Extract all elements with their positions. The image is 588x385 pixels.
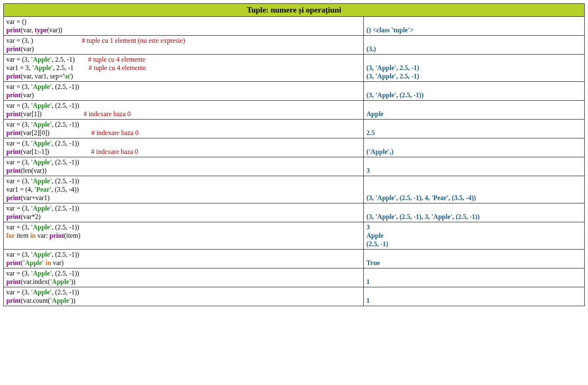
code-token: 'Apple': [32, 64, 53, 71]
code-token: (var): [21, 91, 34, 99]
code-cell: var = ()print(var, type(var)): [4, 17, 364, 36]
code-token: var): [51, 259, 64, 266]
code-token: var = (3,: [6, 224, 31, 231]
code-token: print: [6, 297, 21, 304]
code-token: var = (3,: [6, 270, 31, 277]
output-cell: () <class 'tuple'>: [364, 17, 585, 36]
code-token: '): [70, 73, 73, 80]
output-cell: 1: [364, 268, 585, 287]
code-token: 'Apple': [31, 102, 52, 109]
code-cell: var = (3, 'Apple', (2.5, -1))print(var.i…: [4, 268, 364, 287]
code-token: (len(var)): [21, 167, 47, 174]
output-cell: (3, 'Apple', (2.5, -1), 3, 'Apple', (2.5…: [364, 203, 585, 222]
code-token: in: [30, 232, 36, 239]
code-token: 'Apple': [31, 177, 52, 185]
code-line: for item in var: print(item): [6, 232, 361, 240]
code-token: , (2.5, -1)): [52, 205, 79, 212]
code-token: )): [71, 297, 75, 304]
code-token: (var,: [21, 26, 35, 34]
code-token: type: [35, 26, 47, 34]
code-token: var = (3,: [6, 140, 31, 147]
table-row: var = (3, 'Apple', (2.5, -1))print(var[2…: [4, 120, 585, 138]
code-token: 'Apple': [31, 224, 52, 231]
code-token: 'Apple': [31, 83, 52, 90]
output-cell: 2.5: [364, 120, 585, 138]
code-token: , (2.5, -1)): [52, 102, 79, 109]
code-token: # tuple cu 1 element (nu este expresie): [82, 37, 185, 44]
code-token: , (3.5, -4)): [52, 186, 79, 193]
code-token: (item): [64, 232, 80, 239]
code-token: (var+var1): [21, 194, 50, 201]
code-cell: var = (3, 'Apple', (2.5, -1))print(var): [4, 82, 364, 101]
code-token: print: [6, 26, 21, 34]
code-line: var = (3, 'Apple', (2.5, -1)): [6, 177, 361, 185]
table-row: var = ()print(var, type(var))() <class '…: [4, 17, 585, 36]
code-token: (var.count(: [21, 297, 50, 304]
table-row: var = (3, 'Apple', 2.5, -1) # tuple cu 4…: [4, 55, 585, 82]
table-row: var = (3, 'Apple', (2.5, -1))var1 = (4, …: [4, 176, 585, 203]
code-token: , (2.5, -1)): [52, 289, 79, 296]
code-line: print(var): [6, 91, 361, 99]
code-line: var = (3, 'Apple', (2.5, -1)): [6, 120, 361, 129]
code-line: var = (3, 'Apple', (2.5, -1)): [6, 288, 361, 297]
code-token: # indexare baza 0: [91, 148, 138, 155]
code-cell: var = (3, 'Apple', (2.5, -1))print(var[1…: [4, 101, 364, 120]
code-token: , (2.5, -1)): [52, 270, 79, 277]
code-token: var = (3,: [6, 102, 31, 109]
code-token: print: [6, 259, 21, 266]
code-token: var = (3,: [6, 159, 31, 166]
code-cell: var = (3, 'Apple', (2.5, -1))print(var.c…: [4, 287, 364, 306]
code-token: in: [46, 259, 51, 266]
code-token: 'Apple': [31, 121, 52, 128]
code-token: , (2.5, -1)): [52, 140, 79, 147]
code-token: print: [6, 91, 21, 99]
code-token: , (2.5, -1)): [52, 177, 79, 185]
code-token: var1 = (4,: [6, 186, 34, 193]
code-token: (var.index(: [21, 278, 50, 285]
code-token: var = (3,: [6, 121, 31, 128]
code-line: print(var+var1): [6, 194, 361, 202]
code-token: var = (3,: [6, 56, 31, 63]
code-token: var = (3,: [6, 177, 31, 185]
code-line: print(len(var)): [6, 166, 361, 175]
code-line: print(var*2): [6, 213, 361, 221]
code-cell: var = (3, 'Apple', (2.5, -1))var1 = (4, …: [4, 176, 364, 203]
code-token: for: [6, 232, 15, 239]
code-token: print: [6, 278, 21, 285]
table-row: var = (3, 'Apple', (2.5, -1))print('Appl…: [4, 250, 585, 268]
code-cell: var = (3, 'Apple', (2.5, -1))print(var*2…: [4, 203, 364, 222]
table-row: var = (3, 'Apple', (2.5, -1))print(var[1…: [4, 101, 585, 120]
code-line: var = (3, 'Apple', (2.5, -1)): [6, 83, 361, 91]
code-token: , (2.5, -1)): [52, 83, 79, 90]
table-row: var = (3, 'Apple', (2.5, -1))print(var)(…: [4, 82, 585, 101]
code-token: 'Pear': [34, 186, 52, 193]
code-token: # indexare baza 0: [83, 110, 130, 117]
code-token: (var): [21, 45, 34, 52]
code-token: print: [6, 73, 21, 80]
code-cell: var = (3, 'Apple', (2.5, -1))print(var[2…: [4, 120, 364, 138]
code-token: print: [6, 45, 21, 52]
code-line: var = (3, 'Apple', (2.5, -1)): [6, 101, 361, 110]
code-line: var1 = 3, 'Apple', 2.5, -1 # tuple cu 4 …: [6, 64, 361, 72]
code-token: item: [15, 232, 30, 239]
code-token: # tuple cu 4 elemente: [88, 56, 145, 63]
output-cell: 3: [364, 157, 585, 176]
code-line: print(var[2][0]) # indexare baza 0: [6, 129, 361, 137]
code-cell: var = (3, 'Apple', (2.5, -1))for item in…: [4, 222, 364, 250]
code-token: (var[1:-1]): [21, 148, 91, 155]
code-line: var = (3, 'Apple', (2.5, -1)): [6, 223, 361, 232]
code-token: 'Apple': [23, 259, 44, 266]
code-token: var = (): [6, 18, 26, 25]
code-token: \n: [64, 73, 69, 80]
output-cell: Apple: [364, 101, 585, 120]
code-cell: var = (3, 'Apple', (2.5, -1))print('Appl…: [4, 250, 364, 268]
code-token: , 2.5, -1): [52, 56, 88, 63]
code-token: , (2.5, -1)): [52, 121, 79, 128]
code-token: print: [6, 148, 21, 155]
code-token: var = (3,: [6, 289, 31, 296]
code-token: (var[1]): [21, 110, 84, 117]
output-cell: 1: [364, 287, 585, 306]
code-token: (var[2][0]): [21, 129, 91, 136]
code-token: print: [49, 232, 64, 239]
tuple-table: Tuple: numere și operațiuni var = ()prin…: [3, 3, 585, 306]
